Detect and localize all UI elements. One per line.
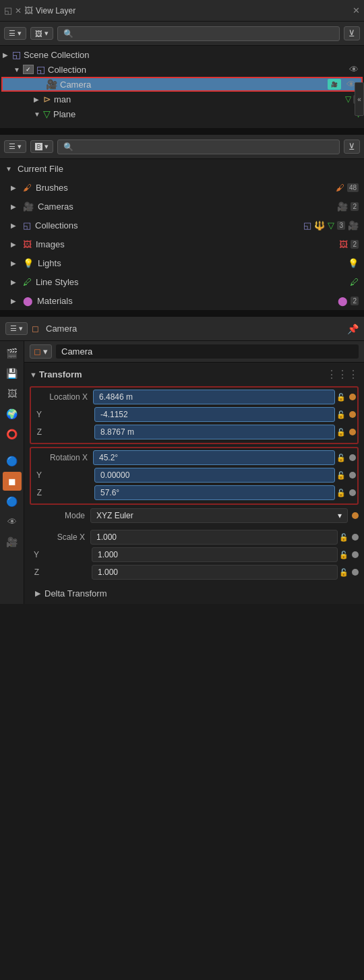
scale-z-row: Z 1.000 🔓	[30, 564, 359, 580]
rotation-z-field[interactable]: 57.6°	[94, 485, 335, 500]
man-mesh-icon: ▽	[345, 94, 351, 104]
location-y-field[interactable]: -4.1152	[94, 407, 335, 422]
data-lights-item[interactable]: ▶ 💡 Lights 💡	[0, 253, 364, 272]
collection-checkbox[interactable]: ✓	[23, 65, 34, 74]
collection-vis-icon[interactable]: 👁	[346, 64, 361, 75]
tab-render[interactable]: 🎬	[3, 344, 22, 363]
data-linestyles-item[interactable]: ▶ 🖊 Line Styles 🖊	[0, 272, 364, 291]
loc-y-dot	[349, 411, 356, 418]
man-arrow: ▶	[34, 96, 43, 103]
data-brushes-item[interactable]: ▶ 🖌 Brushes 🖌 48	[0, 178, 364, 197]
scale-y-dot	[352, 551, 359, 558]
data-collections-item[interactable]: ▶ ◱ Collections ◱ 🔱 ▽ 3 🎥	[0, 216, 364, 235]
materials-count: 2	[351, 297, 359, 305]
scale-z-field[interactable]: 1.000	[92, 565, 338, 580]
current-file-label: Current File	[18, 164, 359, 174]
tab-camera[interactable]: 🎥	[3, 532, 22, 551]
divider-1	[0, 129, 364, 135]
scale-z-dot	[352, 569, 359, 576]
man-item[interactable]: ▶ ⊳ man ▽ 2	[0, 92, 364, 106]
lights-data-icon: 💡	[348, 258, 359, 268]
delta-transform-header[interactable]: ▶ Delta Transform	[30, 586, 359, 601]
rot-x-lock[interactable]: 🔓	[335, 454, 347, 462]
filter-icon: ⊻	[348, 28, 355, 38]
collections-extra3: 🎥	[348, 220, 359, 231]
scale-x-field[interactable]: 1.000	[90, 530, 338, 545]
camera-item[interactable]: 🎥 Camera 🎥 👁	[1, 77, 363, 92]
current-file-arrow: ▼	[5, 165, 15, 173]
rotation-group: Rotation X 45.2° 🔓 Y 0.00000 🔓	[30, 447, 359, 505]
tab-object[interactable]: ◼	[3, 472, 22, 491]
chevron-icon: ▾	[18, 142, 22, 151]
view-layer-label: View Layer	[36, 6, 75, 16]
images-badges: 🖼 2	[339, 239, 359, 249]
chevron-down-icon2: ▾	[44, 29, 49, 38]
scene-collection-item[interactable]: ▶ ◱ Scene Collection	[0, 47, 364, 62]
tab-visibility[interactable]: 👁	[3, 512, 22, 531]
collections-label: Collections	[35, 220, 303, 231]
loc-z-dot	[349, 429, 356, 435]
output-icon: 💾	[6, 368, 18, 379]
scene-collection-arrow: ▶	[3, 51, 12, 59]
properties-header: ☰ ▾ ◻ Camera 📌	[0, 317, 364, 341]
props-tabs: 🎬 💾 🖼 🌍 ⭕ 🔵 ◼ 🔵	[0, 341, 24, 604]
data-filter-btn[interactable]: ⊻	[344, 140, 360, 154]
data-cameras-item[interactable]: ▶ 🎥 Cameras 🎥 2	[0, 197, 364, 216]
data-filter-mode-btn[interactable]: 🅱 ▾	[30, 140, 53, 153]
display-mode-btn[interactable]: ☰ ▾	[4, 27, 26, 40]
transform-options[interactable]: ⋮⋮⋮	[326, 368, 359, 381]
location-z-field[interactable]: 8.8767 m	[94, 425, 335, 439]
collection-label: Collection	[48, 65, 346, 75]
pin-btn[interactable]: 📌	[347, 324, 359, 334]
materials-icon: ⬤	[23, 296, 33, 306]
mode-dot	[352, 512, 359, 519]
data-materials-item[interactable]: ▶ ⬤ Materials ⬤ 2	[0, 291, 364, 310]
collection-item[interactable]: ▼ ✓ ◱ Collection 👁	[0, 62, 364, 77]
loc-z-lock[interactable]: 🔓	[335, 428, 347, 437]
location-x-value: 6.4846 m	[99, 392, 133, 402]
scene-collection-icon: ◱	[12, 49, 21, 60]
tab-modifier[interactable]: 🔵	[3, 492, 22, 511]
rotation-x-field[interactable]: 45.2°	[93, 450, 335, 465]
object-name-input[interactable]	[56, 344, 359, 359]
cameras-arrow: ▶	[11, 203, 20, 210]
current-file-header[interactable]: ▼ Current File	[0, 159, 364, 178]
outliner-filter-btn[interactable]: ⊻	[344, 26, 360, 40]
props-display-btn[interactable]: ☰ ▾	[5, 322, 28, 335]
render-icon: 🎬	[6, 348, 18, 359]
location-z-axis: Z	[32, 427, 46, 437]
brushes-arrow: ▶	[11, 184, 20, 191]
scale-y-lock[interactable]: 🔓	[338, 551, 350, 559]
rot-y-lock[interactable]: 🔓	[335, 471, 347, 480]
tab-object-data[interactable]: 🔵	[3, 452, 22, 470]
location-x-field[interactable]: 6.4846 m	[93, 390, 335, 404]
collapse-sidebar-btn[interactable]: «	[355, 82, 364, 116]
data-browser-panel: ☰ ▾ 🅱 ▾ ⊻ ▼ Current File ▶ 🖌 Brushes 🖌 4…	[0, 135, 364, 311]
tab-output[interactable]: 💾	[3, 364, 22, 383]
tab-view-layer[interactable]: 🖼	[3, 384, 22, 403]
filter-mode-btn[interactable]: 🖼 ▾	[30, 27, 53, 40]
collections-extra1: 🔱	[314, 220, 325, 231]
data-images-item[interactable]: ▶ 🖼 Images 🖼 2	[0, 235, 364, 253]
data-search[interactable]	[57, 140, 340, 154]
loc-x-lock[interactable]: 🔓	[335, 393, 347, 402]
tab-scene[interactable]: 🌍	[3, 404, 22, 423]
outliner-search[interactable]	[57, 26, 340, 41]
plane-item[interactable]: ▼ ▽ Plane ▽	[0, 106, 364, 121]
scale-z-lock[interactable]: 🔓	[338, 568, 350, 577]
close-icon[interactable]: ✕	[15, 6, 22, 16]
scale-x-lock[interactable]: 🔓	[338, 533, 350, 542]
linestyles-arrow: ▶	[11, 278, 20, 286]
cameras-icon: 🎥	[23, 202, 34, 212]
loc-y-lock[interactable]: 🔓	[335, 410, 347, 419]
data-display-btn[interactable]: ☰ ▾	[4, 140, 26, 153]
object-icon-btn[interactable]: ◻ ▾	[30, 344, 52, 359]
rotation-y-field[interactable]: 0.00000	[94, 468, 335, 483]
rot-z-lock[interactable]: 🔓	[335, 489, 347, 497]
man-icon: ⊳	[43, 94, 51, 104]
mode-select[interactable]: XYZ Euler ▾	[90, 508, 348, 523]
scale-y-field[interactable]: 1.000	[92, 547, 338, 562]
transform-panel-header[interactable]: ▼ Transform ⋮⋮⋮	[30, 365, 359, 384]
tab-world[interactable]: ⭕	[3, 425, 22, 443]
rotation-mode-row: Mode XYZ Euler ▾	[30, 508, 359, 524]
